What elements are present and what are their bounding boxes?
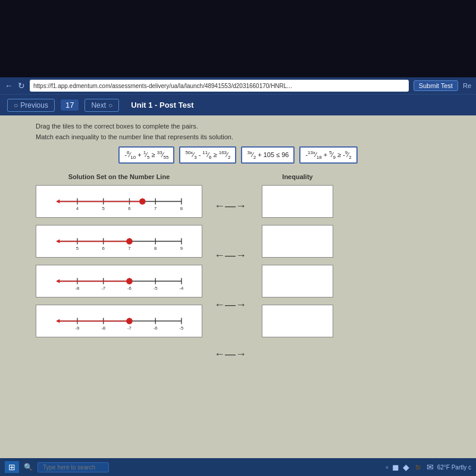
arrow-1: ←—→	[214, 190, 250, 223]
number-lines-column: Solution Set on the Number Line 4 5 6	[36, 173, 202, 378]
matching-area: Solution Set on the Number Line 4 5 6	[36, 173, 440, 378]
prev-icon: ○	[14, 101, 18, 109]
arrow-icon-2: ←—→	[214, 249, 246, 262]
arrow-icon-1: ←—→	[214, 200, 246, 212]
arrow-4: ←—→	[214, 338, 250, 371]
tile-4-text: -13x⁄18 + 5⁄9 ≥ -9⁄2	[305, 151, 351, 158]
taskbar-icon-3: ◾	[413, 462, 423, 472]
svg-text:8: 8	[180, 205, 183, 211]
svg-text:-9: -9	[76, 325, 80, 330]
svg-text:6: 6	[128, 205, 131, 211]
reload-label: Re	[463, 82, 471, 89]
svg-text:-5: -5	[180, 325, 184, 330]
svg-text:6: 6	[102, 245, 105, 250]
screen: ← ↻ https://f1.app.edmentum.com/assessme…	[0, 0, 476, 476]
tile-4[interactable]: -13x⁄18 + 5⁄9 ≥ -9⁄2	[299, 146, 357, 164]
tile-1-text: -6⁄10 + 1⁄5 ≥ 33⁄55	[124, 151, 168, 158]
taskbar-search-input[interactable]	[37, 462, 109, 472]
inequality-drop-1[interactable]	[262, 185, 333, 218]
svg-text:-7: -7	[127, 325, 131, 330]
number-line-1[interactable]: 4 5 6 7 8	[36, 185, 202, 218]
main-content: Drag the tiles to the correct boxes to c…	[0, 115, 476, 458]
tiles-row: -6⁄10 + 1⁄5 ≥ 33⁄55 50x⁄3 - 11⁄6 ≥ 163⁄2…	[36, 146, 440, 164]
drag-instruction: Drag the tiles to the correct boxes to c…	[36, 123, 440, 130]
svg-text:8: 8	[154, 245, 157, 250]
svg-text:7: 7	[128, 245, 130, 250]
taskbar-icons: ◦ ◼ ◆ ◾ ✉ 62°F Partly c	[386, 462, 471, 472]
svg-text:-8: -8	[76, 285, 80, 290]
nl-svg-4: -9 -8 -7 -6 -5	[40, 311, 198, 331]
nl-svg-1: 4 5 6 7 8	[40, 191, 198, 212]
col-header-right: Inequality	[262, 173, 333, 180]
arrow-icon-4: ←—→	[214, 348, 246, 361]
browser-refresh-btn[interactable]: ↻	[18, 81, 25, 90]
number-line-4[interactable]: -9 -8 -7 -6 -5	[36, 305, 202, 337]
svg-text:-6: -6	[127, 285, 132, 290]
arrows-column: ←—→ ←—→ ←—→ ←—→	[214, 173, 250, 378]
search-icon: 🔍	[24, 463, 33, 471]
app-toolbar: ○ Previous 17 Next ○ Unit 1 - Post Test	[0, 94, 476, 115]
previous-button[interactable]: ○ Previous	[7, 99, 55, 112]
top-black-area	[0, 0, 476, 77]
nl-svg-3: -8 -7 -6 -5 -4	[40, 271, 198, 292]
col-header-left: Solution Set on the Number Line	[36, 173, 202, 180]
tile-2[interactable]: 50x⁄3 - 11⁄6 ≥ 163⁄2	[179, 146, 236, 164]
svg-marker-13	[57, 199, 60, 203]
next-label: Next	[91, 101, 106, 109]
browser-chrome: ← ↻ https://f1.app.edmentum.com/assessme…	[0, 77, 476, 94]
svg-text:7: 7	[154, 205, 156, 211]
next-button[interactable]: Next ○	[84, 99, 119, 112]
svg-text:-6: -6	[154, 325, 158, 330]
svg-text:-7: -7	[101, 285, 105, 290]
prev-label: Previous	[20, 101, 48, 109]
match-instruction: Match each inequality to the number line…	[36, 133, 440, 140]
inequality-drop-3[interactable]	[262, 265, 333, 298]
svg-marker-55	[57, 319, 60, 323]
test-title: Unit 1 - Post Test	[131, 101, 193, 109]
svg-text:-8: -8	[101, 325, 106, 330]
arrow-2: ←—→	[214, 239, 250, 272]
taskbar-icon-1: ◦	[386, 462, 389, 472]
arrow-icon-3: ←—→	[214, 299, 246, 311]
svg-text:-4: -4	[180, 285, 184, 290]
number-line-2[interactable]: 5 6 7 8 9	[36, 225, 202, 258]
submit-test-button[interactable]: Submit Test	[414, 80, 458, 91]
svg-text:5: 5	[76, 245, 79, 250]
svg-text:-5: -5	[154, 285, 158, 290]
url-text: https://f1.app.edmentum.com/assessments-…	[33, 83, 292, 89]
svg-text:9: 9	[180, 245, 183, 250]
arrow-3: ←—→	[214, 289, 250, 321]
start-button[interactable]: ⊞	[5, 461, 19, 473]
taskbar-icon-2: ◼	[392, 462, 399, 472]
inequality-drop-2[interactable]	[262, 225, 333, 258]
weather-text: 62°F Partly c	[437, 464, 471, 471]
mail-icon: ✉	[427, 462, 434, 472]
svg-text:4: 4	[76, 205, 79, 211]
number-line-3[interactable]: -8 -7 -6 -5 -4	[36, 265, 202, 298]
browser-icon: ◆	[403, 462, 409, 472]
address-bar[interactable]: https://f1.app.edmentum.com/assessments-…	[30, 80, 409, 92]
taskbar: ⊞ 🔍 ◦ ◼ ◆ ◾ ✉ 62°F Partly c	[0, 458, 476, 476]
nl-svg-2: 5 6 7 8 9	[40, 231, 198, 252]
browser-back-btn[interactable]: ←	[5, 81, 13, 90]
tile-2-text: 50x⁄3 - 11⁄6 ≥ 163⁄2	[185, 151, 230, 158]
svg-text:5: 5	[102, 205, 105, 211]
inequality-drop-4[interactable]	[262, 305, 333, 337]
inequality-column: Inequality	[262, 173, 333, 378]
question-number: 17	[61, 99, 79, 111]
tile-1[interactable]: -6⁄10 + 1⁄5 ≥ 33⁄55	[118, 146, 174, 164]
next-icon: ○	[108, 101, 112, 109]
svg-marker-41	[57, 279, 60, 283]
tile-3[interactable]: 3x⁄2 + 105 ≤ 96	[241, 146, 295, 164]
svg-marker-27	[57, 239, 60, 243]
tile-3-text: 3x⁄2 + 105 ≤ 96	[247, 151, 289, 158]
